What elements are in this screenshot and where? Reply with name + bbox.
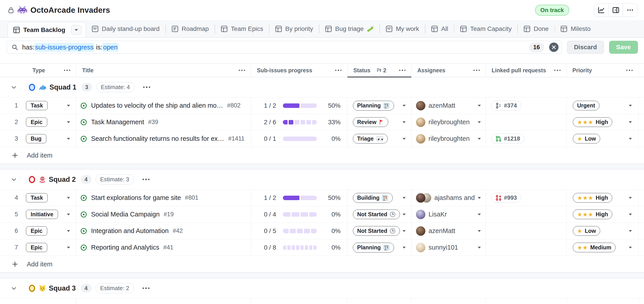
issue-title[interactable]: Integration and Automation: [91, 227, 169, 235]
priority-dropdown-caret[interactable]: [628, 138, 632, 140]
status-pill[interactable]: Building: [353, 193, 393, 203]
tab-done[interactable]: Done: [518, 25, 554, 33]
filter-input[interactable]: has:sub-issues-progress is:open 16: [7, 41, 562, 54]
priority-dropdown-caret[interactable]: [628, 246, 632, 249]
group-menu-button[interactable]: [142, 287, 150, 289]
priority-pill[interactable]: ★★★High: [573, 117, 612, 127]
tab-daily-stand-up-board[interactable]: Daily stand-up board: [86, 25, 165, 33]
status-pill[interactable]: Planning: [353, 243, 394, 252]
issue-title[interactable]: Social Media Campaign: [91, 211, 160, 218]
assignees-dropdown-caret[interactable]: [478, 213, 481, 216]
status-pill[interactable]: Review: [353, 117, 388, 127]
cell-linked-pull-requests: [486, 223, 566, 239]
type-dropdown-caret[interactable]: [67, 213, 70, 216]
issue-title[interactable]: Search functionality returns no results …: [91, 135, 224, 142]
status-pill[interactable]: Triage: [353, 134, 388, 144]
priority-pill[interactable]: ★★★High: [573, 209, 612, 219]
assignees-dropdown-caret[interactable]: [478, 230, 481, 232]
column-menu-button[interactable]: [554, 70, 561, 71]
priority-pill[interactable]: ★Low: [573, 134, 600, 144]
linked-pr-pill[interactable]: #374: [491, 101, 521, 111]
type-badge[interactable]: Task: [26, 193, 48, 202]
priority-pill[interactable]: ★★Medium: [573, 243, 616, 252]
status-dropdown-caret[interactable]: [402, 121, 406, 123]
assignees-dropdown-caret[interactable]: [478, 197, 481, 199]
column-menu-button[interactable]: [474, 70, 480, 71]
clock-icon: [390, 211, 396, 217]
discard-button[interactable]: Discard: [567, 41, 604, 54]
status-pill[interactable]: Planning: [353, 101, 394, 111]
column-menu-button[interactable]: [239, 70, 245, 71]
status-badge[interactable]: On track: [535, 5, 570, 16]
column-menu-button[interactable]: [335, 70, 342, 71]
type-badge[interactable]: Initiative: [26, 210, 58, 219]
save-button[interactable]: Save: [609, 41, 638, 54]
tab-team-backlog[interactable]: Team Backlog: [8, 22, 86, 38]
group-menu-button[interactable]: [143, 86, 150, 88]
tab-bug-triage[interactable]: Bug triage: [319, 25, 380, 33]
priority-dropdown-caret[interactable]: [628, 105, 632, 107]
type-dropdown-caret[interactable]: [67, 230, 70, 232]
add-item-button[interactable]: Add item: [0, 147, 644, 164]
tab-milesto[interactable]: Milesto: [555, 25, 596, 33]
type-dropdown-caret[interactable]: [67, 121, 70, 123]
type-dropdown-caret[interactable]: [67, 105, 70, 107]
board-icon: [92, 26, 98, 32]
type-badge[interactable]: Epic: [26, 118, 47, 127]
priority-pill[interactable]: Urgent: [573, 101, 600, 110]
column-menu-button[interactable]: [626, 70, 633, 71]
priority-dropdown-caret[interactable]: [628, 197, 632, 199]
tab-all[interactable]: All: [426, 25, 454, 33]
issue-title[interactable]: Task Management: [91, 118, 144, 126]
clear-filter-button[interactable]: [549, 43, 558, 52]
issue-title[interactable]: Updates to velocity of the ship and alie…: [91, 102, 223, 109]
filter-bar: has:sub-issues-progress is:open 16 Disca…: [7, 41, 638, 54]
view-options-caret[interactable]: [71, 25, 82, 35]
add-item-button[interactable]: Add item: [0, 256, 644, 272]
linked-pr-pill[interactable]: #993: [491, 193, 521, 203]
status-dropdown-caret[interactable]: [402, 246, 406, 249]
tab-by-priority[interactable]: By priority: [270, 25, 319, 33]
status-dropdown-caret[interactable]: [402, 213, 406, 216]
assignees-dropdown-caret[interactable]: [478, 121, 481, 123]
project-menu-button[interactable]: [623, 4, 637, 17]
collapse-group-button[interactable]: [11, 285, 17, 291]
linked-pr-pill[interactable]: #1218: [491, 134, 524, 144]
side-panel-button[interactable]: [608, 4, 623, 17]
collapse-group-button[interactable]: [11, 84, 17, 90]
priority-dropdown-caret[interactable]: [628, 121, 632, 123]
status-pill[interactable]: Not Started: [353, 226, 400, 236]
status-pill[interactable]: Not Started: [353, 209, 400, 219]
type-dropdown-caret[interactable]: [67, 197, 70, 199]
priority-pill[interactable]: ★★★High: [573, 193, 612, 203]
tab-my-work[interactable]: My work: [380, 25, 425, 33]
type-dropdown-caret[interactable]: [67, 138, 70, 140]
assignees-dropdown-caret[interactable]: [478, 105, 481, 107]
type-dropdown-caret[interactable]: [67, 246, 70, 249]
status-dropdown-caret[interactable]: [402, 105, 406, 107]
status-dropdown-caret[interactable]: [402, 230, 406, 232]
tab-team-capacity[interactable]: Team Capacity: [454, 25, 517, 33]
type-badge[interactable]: Bug: [26, 134, 46, 143]
group-menu-button[interactable]: [142, 179, 150, 180]
column-header-progress: Sub-issues progress: [251, 64, 348, 77]
type-badge[interactable]: Task: [26, 101, 48, 110]
priority-dropdown-caret[interactable]: [628, 230, 632, 232]
collapse-group-button[interactable]: [11, 177, 17, 182]
assignees-dropdown-caret[interactable]: [478, 246, 481, 249]
priority-dropdown-caret[interactable]: [628, 213, 632, 216]
type-badge[interactable]: Epic: [26, 226, 47, 235]
column-menu-button[interactable]: [64, 70, 70, 71]
tab-roadmap[interactable]: Roadmap: [166, 25, 214, 33]
status-dropdown-caret[interactable]: [402, 197, 406, 199]
type-badge[interactable]: Epic: [26, 243, 47, 252]
tab-team-epics[interactable]: Team Epics: [215, 25, 269, 33]
cell-type: 4Task: [0, 190, 76, 206]
insights-button[interactable]: [594, 4, 608, 17]
status-dropdown-caret[interactable]: [402, 138, 406, 140]
issue-title[interactable]: Reporting and Analytics: [91, 244, 159, 251]
column-menu-button[interactable]: [399, 70, 406, 71]
issue-title[interactable]: Start explorations for game site: [91, 194, 181, 201]
priority-pill[interactable]: ★Low: [573, 226, 600, 236]
assignees-dropdown-caret[interactable]: [478, 138, 481, 140]
